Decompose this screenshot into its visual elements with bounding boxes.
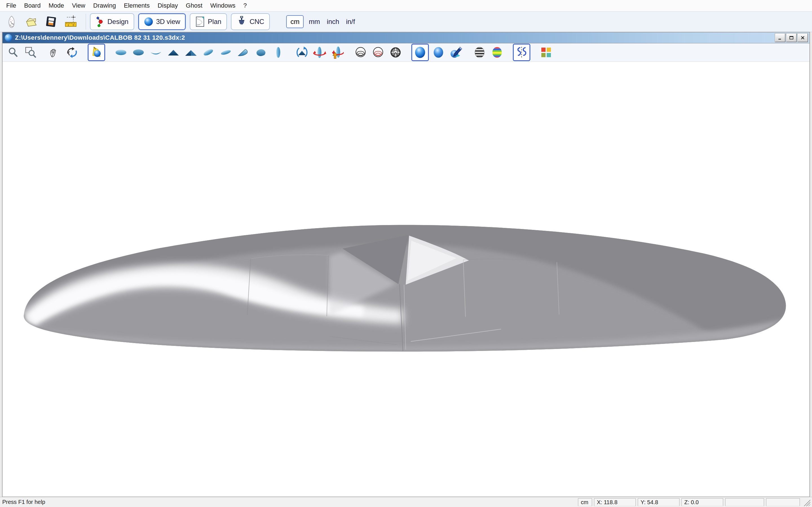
shape3d-app: File Board Mode View Drawing Elements Di… [0,0,812,507]
status-z-coordinate: Z: 0.0 [681,498,723,506]
board-tilt-view-icon[interactable] [200,45,216,60]
document-titlebar[interactable]: Z:\Users\dennery\Downloads\CALBOB 82 31 … [3,33,809,43]
board-3d-render [3,62,809,497]
unit-cm[interactable]: cm [286,15,304,28]
wireframe-red-sphere-icon[interactable] [370,45,386,60]
design-mode-button[interactable]: Design [90,13,134,30]
maximize-button[interactable] [786,34,797,42]
menu-help[interactable]: ? [239,0,251,11]
menu-view[interactable]: View [68,0,89,11]
board-tail-view-icon[interactable] [183,45,199,60]
mesh-sphere-icon[interactable] [388,45,403,60]
unit-mm[interactable]: mm [309,18,320,25]
cnc-mode-button[interactable]: CNC [231,13,270,30]
menu-board[interactable]: Board [20,0,45,11]
close-button[interactable] [798,34,808,42]
menu-display[interactable]: Display [154,0,182,11]
document-title: Z:\Users\dennery\Downloads\CALBOB 82 31 … [15,34,774,41]
zoom-icon[interactable] [5,45,21,60]
menu-windows[interactable]: Windows [206,0,239,11]
menu-file[interactable]: File [2,0,20,11]
painted-render-icon[interactable] [448,45,464,60]
view-toolbar [3,43,809,62]
shaded-render-icon[interactable] [411,44,429,61]
status-empty-panel [766,498,800,506]
board-3d-viewport[interactable] [3,62,809,497]
board-bottom-view-icon[interactable] [131,45,146,60]
status-bar: Press F1 for help cm X: 118.8 Y: 54.8 Z:… [0,497,812,507]
view3d-mode-label: 3D view [156,18,180,25]
svg-text:0: 0 [73,24,74,26]
view3d-mode-button[interactable]: 3D view [138,13,186,30]
status-unit: cm [578,498,592,506]
plan-mode-label: Plan [208,18,221,25]
toolbar-separator [86,14,86,30]
menu-drawing[interactable]: Drawing [89,0,120,11]
wireframe-sphere-icon[interactable] [353,45,368,60]
resize-grip[interactable] [802,498,810,506]
orbit-view-icon[interactable] [294,45,310,60]
board-nose-view-icon[interactable] [165,45,181,60]
board-perspective2-view-icon[interactable] [253,45,269,60]
board-rocker-view-icon[interactable] [148,45,164,60]
cnc-bit-icon [237,16,247,27]
plan-mode-button[interactable]: Plan [190,13,227,30]
cnc-mode-label: CNC [250,18,264,25]
main-toolbar: 1 0 Design 3D view [0,11,812,32]
zoom-window-icon[interactable] [23,45,39,60]
smooth-render-icon[interactable] [430,45,446,60]
save-icon[interactable] [42,13,60,30]
flip-board-icon[interactable] [329,45,345,60]
curvature-render-icon[interactable] [489,45,505,60]
status-help-text: Press F1 for help [2,499,578,505]
design-mode-label: Design [107,18,129,25]
sphere-3d-icon [144,17,153,26]
zebra-render-icon[interactable] [472,45,488,60]
menu-mode[interactable]: Mode [45,0,68,11]
plan-sheet-icon [195,16,205,27]
dimensions-icon[interactable]: 1 0 [62,13,80,30]
unit-inf[interactable]: in/f [346,18,355,25]
rotate-3d-icon[interactable] [64,45,80,60]
minimize-button[interactable] [775,34,785,42]
design-nodes-icon [96,16,105,27]
light-tool-icon[interactable] [88,44,105,61]
board-perspective-view-icon[interactable] [236,45,251,60]
color-tiles-icon[interactable] [538,45,554,60]
menu-ghost[interactable]: Ghost [182,0,206,11]
document-window: Z:\Users\dennery\Downloads\CALBOB 82 31 … [2,32,810,497]
spin-board-icon[interactable] [312,45,327,60]
menu-bar: File Board Mode View Drawing Elements Di… [0,0,812,11]
svg-text:1: 1 [68,24,69,26]
new-board-icon[interactable] [3,13,20,30]
board-top-view-icon[interactable] [113,45,129,60]
document-icon [5,34,12,41]
units-group: cm mm inch in/f [286,15,362,28]
board-tilt2-view-icon[interactable] [218,45,234,60]
symmetry-icon[interactable] [513,44,530,61]
pan-hand-icon[interactable] [47,45,62,60]
status-empty-panel [725,498,764,506]
menu-elements[interactable]: Elements [120,0,154,11]
status-y-coordinate: Y: 54.8 [638,498,679,506]
open-file-icon[interactable] [22,13,40,30]
status-x-coordinate: X: 118.8 [594,498,636,506]
board-front-view-icon[interactable] [270,45,286,60]
unit-inch[interactable]: inch [327,18,339,25]
